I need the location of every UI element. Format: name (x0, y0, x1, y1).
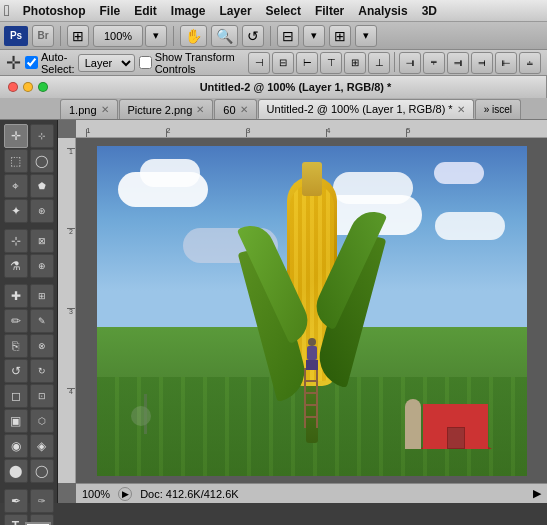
tab-overflow[interactable]: » iscel (475, 99, 521, 119)
freeform-pen-tool[interactable]: ✑ (30, 489, 54, 513)
tab-untitled2[interactable]: Untitled-2 @ 100% (Layer 1, RGB/8) * ✕ (258, 99, 474, 119)
menu-image[interactable]: Image (164, 2, 213, 20)
tab-60[interactable]: 60 ✕ (214, 99, 256, 119)
blur-tool[interactable]: ◉ (4, 434, 28, 458)
arrange-btn[interactable]: ⊟ (277, 25, 299, 47)
magic-wand-tool[interactable]: ✦ (4, 199, 28, 223)
menu-edit[interactable]: Edit (127, 2, 164, 20)
ruler-mark-v3: 3 (69, 308, 73, 315)
canvas-frame (76, 138, 547, 483)
align-bottom-btn[interactable]: ⊥ (368, 52, 390, 74)
apple-menu[interactable]:  (4, 2, 10, 20)
status-bar: 100% ▶ Doc: 412.6K/412.6K ▶ (76, 483, 547, 503)
sharpen-tool[interactable]: ◈ (30, 434, 54, 458)
distribute-bottom-btn[interactable]: ⫨ (519, 52, 541, 74)
tab-label-1png: 1.png (69, 104, 97, 116)
ps-icon: Ps (4, 26, 28, 46)
tab-1png[interactable]: 1.png ✕ (60, 99, 118, 119)
ruler-left: 1 2 3 4 (58, 138, 76, 483)
zoom-input[interactable]: 100% (93, 25, 143, 47)
pencil-tool[interactable]: ✎ (30, 309, 54, 333)
pattern-stamp-tool[interactable]: ⊗ (30, 334, 54, 358)
move-tool[interactable]: ✛ (4, 124, 28, 148)
menu-file[interactable]: File (93, 2, 128, 20)
history-brush-tool[interactable]: ↺ (4, 359, 28, 383)
tab-close-picture2[interactable]: ✕ (196, 104, 204, 115)
eraser-tool[interactable]: ◻ (4, 384, 28, 408)
move-tool-2[interactable]: ⊹ (30, 124, 54, 148)
tab-close-untitled2[interactable]: ✕ (457, 104, 465, 115)
hand-tool-btn[interactable]: ✋ (180, 25, 207, 47)
status-icon[interactable]: ▶ (118, 487, 132, 501)
distribute-right-btn[interactable]: ⫥ (447, 52, 469, 74)
rotate-tool-btn[interactable]: ↺ (242, 25, 264, 47)
autoselect-checkbox[interactable] (25, 56, 38, 69)
crop-tool[interactable]: ⊹ (4, 229, 28, 253)
scroll-right-btn[interactable]: ▶ (533, 487, 541, 500)
align-top-btn[interactable]: ⊤ (320, 52, 342, 74)
spot-healing-tool[interactable]: ✚ (4, 284, 28, 308)
tab-picture2png[interactable]: Picture 2.png ✕ (119, 99, 214, 119)
align-center-h-btn[interactable]: ⊟ (272, 52, 294, 74)
toolbar-separator-2 (173, 26, 174, 46)
br-icon[interactable]: Br (32, 25, 54, 47)
close-button[interactable] (8, 82, 18, 92)
doc-size: Doc: 412.6K/412.6K (140, 488, 238, 500)
color-sampler-tool[interactable]: ⊕ (30, 254, 54, 278)
menu-layer[interactable]: Layer (213, 2, 259, 20)
distribute-left-btn[interactable]: ⫣ (399, 52, 421, 74)
menu-select[interactable]: Select (259, 2, 308, 20)
menu-photoshop[interactable]: Photoshop (16, 2, 93, 20)
art-history-tool[interactable]: ↻ (30, 359, 54, 383)
burn-tool[interactable]: ◯ (30, 459, 54, 483)
align-right-btn[interactable]: ⊢ (296, 52, 318, 74)
marquee-rect-tool[interactable]: ⬚ (4, 149, 28, 173)
align-left-btn[interactable]: ⊣ (248, 52, 270, 74)
slice-tool[interactable]: ⊠ (30, 229, 54, 253)
lasso-tool[interactable]: ⌖ (4, 174, 28, 198)
menu-filter[interactable]: Filter (308, 2, 351, 20)
ruler-mark-v4: 4 (69, 388, 73, 395)
canvas-image[interactable] (97, 146, 527, 476)
tab-label-picture2: Picture 2.png (128, 104, 193, 116)
zoom-tool-btn[interactable]: 🔍 (211, 25, 238, 47)
toolbar-separator-1 (60, 26, 61, 46)
patch-tool[interactable]: ⊞ (30, 284, 54, 308)
eyedropper-tool[interactable]: ⚗ (4, 254, 28, 278)
minimize-button[interactable] (23, 82, 33, 92)
tabs-row: 1.png ✕ Picture 2.png ✕ 60 ✕ Untitled-2 … (0, 98, 547, 120)
screen-mode-dropdown[interactable]: ▾ (355, 25, 377, 47)
distribute-top-btn[interactable]: ⫤ (471, 52, 493, 74)
showtransform-label: Show Transform Controls (155, 51, 240, 75)
marquee-ellipse-tool[interactable]: ◯ (30, 149, 54, 173)
arrange-dropdown[interactable]: ▾ (303, 25, 325, 47)
distribute-center-v-btn[interactable]: ⫦ (495, 52, 517, 74)
paint-bucket-tool[interactable]: ⬡ (30, 409, 54, 433)
showtransform-checkbox[interactable] (139, 56, 152, 69)
clone-stamp-tool[interactable]: ⎘ (4, 334, 28, 358)
maximize-button[interactable] (38, 82, 48, 92)
file-browser-btn[interactable]: ⊞ (67, 25, 89, 47)
showtransform-container: Show Transform Controls (139, 51, 240, 75)
move-tool-icon: ✛ (6, 52, 21, 74)
window-title: Untitled-2 @ 100% (Layer 1, RGB/8) * (53, 81, 538, 93)
align-center-v-btn[interactable]: ⊞ (344, 52, 366, 74)
gradient-tool[interactable]: ▣ (4, 409, 28, 433)
dodge-tool[interactable]: ⬤ (4, 459, 28, 483)
screen-mode-btn[interactable]: ⊞ (329, 25, 351, 47)
pen-tool[interactable]: ✒ (4, 489, 28, 513)
toolbar: Ps Br ⊞ 100% ▾ ✋ 🔍 ↺ ⊟ ▾ ⊞ ▾ (0, 22, 547, 50)
tab-close-1png[interactable]: ✕ (101, 104, 109, 115)
polygonal-lasso-tool[interactable]: ⬟ (30, 174, 54, 198)
sep (394, 52, 395, 72)
tab-label-60: 60 (223, 104, 235, 116)
distribute-center-h-btn[interactable]: ⫧ (423, 52, 445, 74)
zoom-dropdown[interactable]: ▾ (145, 25, 167, 47)
autoselect-dropdown[interactable]: Layer Group (78, 54, 135, 72)
bg-eraser-tool[interactable]: ⊡ (30, 384, 54, 408)
quick-select-tool[interactable]: ⊛ (30, 199, 54, 223)
tab-close-60[interactable]: ✕ (240, 104, 248, 115)
menu-analysis[interactable]: Analysis (351, 2, 414, 20)
menu-3d[interactable]: 3D (415, 2, 444, 20)
brush-tool[interactable]: ✏ (4, 309, 28, 333)
